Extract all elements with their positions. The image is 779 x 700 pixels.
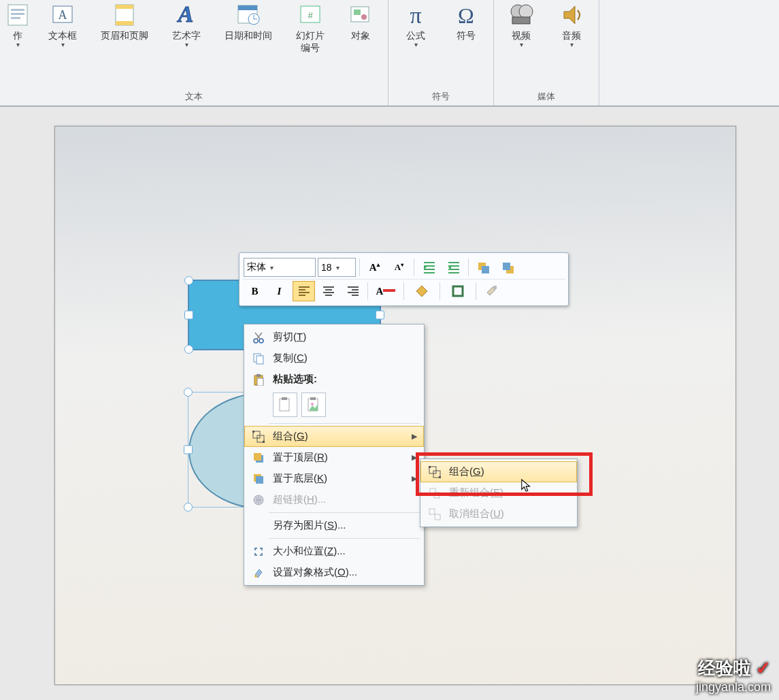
menu-label: 置于顶层(R) — [273, 451, 328, 464]
group-submenu: 组合(G) 重新组合(E) 取消组合(U) — [420, 459, 578, 527]
svg-rect-2 — [11, 13, 24, 15]
bring-front-icon — [250, 452, 267, 464]
menu-size-position[interactable]: 大小和位置(Z)... — [244, 541, 424, 562]
resize-handle[interactable] — [184, 276, 193, 285]
svg-rect-57 — [430, 488, 435, 494]
svg-rect-36 — [256, 374, 261, 377]
paste-option-keep-formatting[interactable] — [273, 393, 297, 417]
svg-rect-46 — [263, 441, 265, 443]
svg-point-23 — [519, 5, 533, 18]
menu-label: 设置对象格式(O)... — [273, 566, 357, 579]
paste-option-picture[interactable] — [301, 393, 326, 417]
svg-rect-26 — [482, 266, 489, 273]
watermark: 经验啦 ✓ jingyanla.com — [696, 656, 771, 695]
menu-label: 粘贴选项: — [273, 373, 317, 386]
resize-handle[interactable] — [376, 311, 384, 320]
font-color-button[interactable]: A — [371, 281, 400, 301]
resize-handle[interactable] — [184, 345, 193, 354]
ribbon-btn-label: 页眉和页脚 — [101, 30, 148, 42]
copy-icon — [250, 352, 267, 365]
ribbon-btn-label: 幻灯片 编号 — [296, 30, 325, 54]
svg-rect-37 — [257, 378, 263, 386]
align-left-button[interactable] — [293, 281, 315, 301]
size-position-icon — [250, 546, 267, 558]
submenu-arrow-icon: ▶ — [412, 453, 417, 462]
ribbon-btn-label: 符号 — [457, 30, 476, 42]
svg-point-52 — [254, 575, 257, 578]
cut-icon — [250, 331, 267, 344]
paste-options-row — [244, 390, 424, 421]
menu-label: 复制(C) — [273, 352, 308, 365]
dropdown-arrow-icon: ▾ — [520, 41, 523, 48]
svg-rect-45 — [252, 431, 254, 433]
bring-forward-button[interactable] — [472, 257, 495, 278]
font-size-combo[interactable]: 18▾ — [318, 258, 356, 277]
bold-button[interactable]: B — [244, 281, 266, 301]
svg-point-31 — [254, 339, 258, 343]
resize-handle[interactable] — [184, 446, 193, 454]
dropdown-arrow-icon: ▾ — [414, 41, 418, 48]
svg-rect-34 — [256, 356, 263, 364]
dropdown-arrow-icon: ▾ — [185, 41, 188, 48]
send-back-icon — [250, 473, 267, 485]
italic-button[interactable]: I — [268, 281, 291, 301]
menu-hyperlink: 超链接(H)... — [244, 489, 424, 510]
increase-indent-button[interactable] — [442, 257, 465, 278]
menu-format-object[interactable]: 设置对象格式(O)... — [244, 562, 424, 583]
font-family-combo[interactable]: 宋体▾ — [244, 258, 316, 277]
resize-handle[interactable] — [184, 388, 193, 397]
decrease-indent-button[interactable] — [418, 257, 440, 278]
resize-handle[interactable] — [184, 503, 193, 512]
menu-copy[interactable]: 复制(C) — [244, 348, 424, 369]
context-menu: 剪切(T) 复制(C) 粘贴选项: 组合(G) ▶ 置于顶层(R) ▶ 置于底层… — [244, 324, 425, 586]
format-painter-button[interactable] — [480, 281, 502, 301]
grow-font-button[interactable]: A▴ — [363, 257, 386, 278]
audio-icon — [558, 1, 585, 29]
group-icon — [426, 466, 444, 478]
group-icon — [250, 431, 267, 443]
svg-rect-8 — [116, 21, 133, 25]
shrink-font-button[interactable]: A▾ — [388, 257, 410, 278]
menu-group[interactable]: 组合(G) ▶ — [244, 426, 424, 447]
submenu-group[interactable]: 组合(G) — [420, 461, 577, 482]
submenu-arrow-icon: ▶ — [412, 474, 417, 483]
svg-point-19 — [361, 14, 367, 20]
shape-outline-button[interactable] — [444, 281, 472, 301]
regroup-icon — [426, 487, 444, 499]
ribbon-group-media: 视频 ▾ 音频 ▾ 媒体 — [494, 0, 599, 105]
svg-rect-38 — [280, 399, 289, 411]
shape-fill-button[interactable] — [408, 281, 436, 301]
menu-label: 另存为图片(S)... — [273, 519, 346, 532]
ribbon-group-label: 媒体 — [494, 88, 599, 104]
svg-rect-58 — [434, 493, 440, 498]
menu-label: 组合(G) — [449, 465, 484, 478]
menu-bring-to-front[interactable]: 置于顶层(R) ▶ — [244, 447, 424, 468]
slide-canvas[interactable]: 宋体▾ 18▾ A▴ A▾ B I A — [54, 126, 736, 685]
ribbon-group-symbols: π 公式 ▾ Ω 符号 符号 — [388, 0, 494, 105]
hyperlink-icon — [250, 494, 267, 506]
menu-label: 超链接(H)... — [273, 493, 326, 506]
textbox-icon: A — [49, 1, 76, 29]
send-backward-button[interactable] — [497, 257, 519, 278]
align-center-button[interactable] — [317, 281, 339, 301]
ribbon-btn-label: 日期和时间 — [225, 30, 272, 42]
mini-toolbar: 宋体▾ 18▾ A▴ A▾ B I A — [239, 252, 569, 306]
object-icon — [347, 1, 374, 29]
menu-cut[interactable]: 剪切(T) — [244, 327, 424, 348]
headerfooter-icon — [111, 1, 138, 29]
svg-text:Ω: Ω — [458, 3, 474, 28]
ribbon-group-text: 作 ▾ A 文本框 ▾ 页眉和页脚 A 艺术字 ▾ 日期和时间 — [0, 0, 388, 105]
video-icon — [508, 1, 535, 29]
svg-rect-3 — [11, 17, 20, 19]
menu-save-as-picture[interactable]: 另存为图片(S)... — [244, 515, 424, 536]
menu-send-to-back[interactable]: 置于底层(K) ▶ — [244, 468, 424, 489]
menu-label: 大小和位置(Z)... — [273, 545, 346, 558]
svg-text:A: A — [177, 1, 194, 27]
format-object-icon — [250, 567, 267, 579]
ungroup-icon — [426, 508, 444, 520]
submenu-regroup: 重新组合(E) — [420, 482, 577, 503]
svg-rect-11 — [238, 5, 257, 10]
align-right-button[interactable] — [342, 281, 364, 301]
ribbon: 作 ▾ A 文本框 ▾ 页眉和页脚 A 艺术字 ▾ 日期和时间 — [0, 0, 779, 107]
resize-handle[interactable] — [184, 311, 193, 320]
